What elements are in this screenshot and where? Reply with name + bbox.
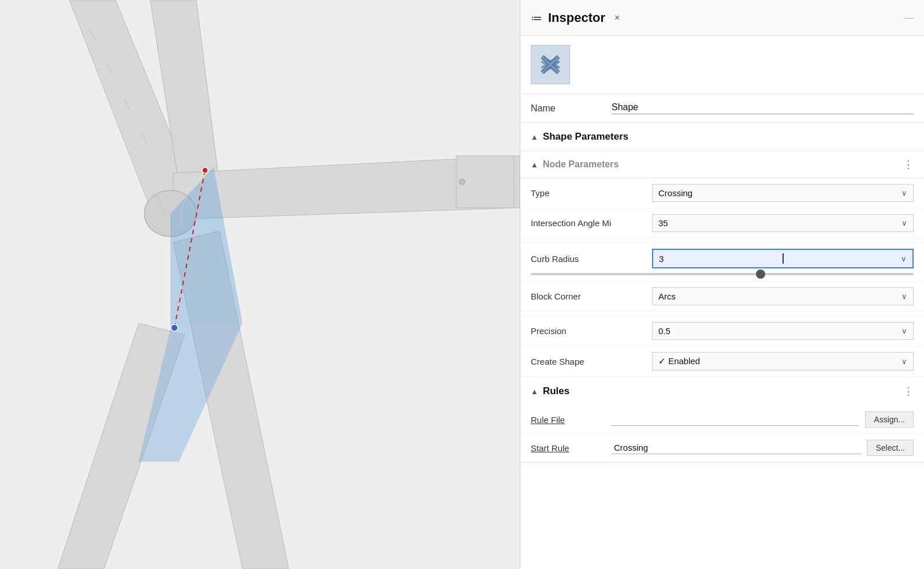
inspector-title-group: ≔ Inspector × <box>531 10 620 25</box>
minimize-button[interactable]: — <box>904 13 914 23</box>
create-shape-control[interactable]: ✓ Enabled ∨ <box>652 352 914 370</box>
canvas-area[interactable] <box>0 0 520 569</box>
curb-radius-control[interactable]: 3 ∨ <box>652 249 914 268</box>
shape-thumbnail[interactable] <box>531 45 570 84</box>
rule-file-value[interactable] <box>612 413 859 426</box>
curb-radius-dropdown-arrow: ∨ <box>901 254 907 263</box>
rules-chevron: ▲ <box>531 387 538 396</box>
slider-thumb[interactable] <box>756 269 765 279</box>
type-param-label: Type <box>531 188 646 198</box>
intersection-dropdown-value: 35 <box>658 218 668 228</box>
precision-dropdown-arrow: ∨ <box>901 327 907 335</box>
create-shape-param-row: Create Shape ✓ Enabled ∨ <box>520 346 924 377</box>
curb-radius-label: Curb Radius <box>531 254 646 264</box>
intersection-param-control[interactable]: 35 ∨ <box>652 214 914 232</box>
create-shape-dropdown-arrow: ∨ <box>901 357 907 366</box>
block-corner-dropdown[interactable]: Arcs ∨ <box>652 287 914 305</box>
block-corner-label: Block Corner <box>531 291 646 301</box>
rules-title: Rules <box>543 385 569 397</box>
block-corner-control[interactable]: Arcs ∨ <box>652 287 914 305</box>
start-rule-select-button[interactable]: Select... <box>867 440 914 456</box>
precision-param-row: Precision 0.5 ∨ <box>520 316 924 346</box>
name-field-value[interactable]: Shape <box>612 102 914 114</box>
type-param-row: Type Crossing ∨ <box>520 178 924 208</box>
block-corner-dropdown-arrow: ∨ <box>901 292 907 301</box>
separator-row-2 <box>520 312 924 316</box>
create-shape-label: Create Shape <box>531 357 646 366</box>
inspector-icon: ≔ <box>531 11 542 25</box>
type-dropdown[interactable]: Crossing ∨ <box>652 184 914 202</box>
shape-params-title: Shape Parameters <box>543 131 628 143</box>
intersection-dropdown[interactable]: 35 ∨ <box>652 214 914 232</box>
separator-row <box>520 238 924 243</box>
shape-icon-area <box>520 36 924 94</box>
block-corner-value: Arcs <box>658 291 676 301</box>
intersection-param-label: Intersection Angle Mi <box>531 218 646 228</box>
rules-section-header[interactable]: ▲ Rules ⋮ <box>520 377 924 406</box>
svg-point-19 <box>459 179 465 185</box>
curb-radius-row: Curb Radius 3 ∨ <box>520 243 924 269</box>
rules-menu-icon[interactable]: ⋮ <box>903 385 914 398</box>
rule-file-assign-button[interactable]: Assign... <box>865 411 914 428</box>
inspector-panel: ≔ Inspector × — Name Shape <box>520 0 924 569</box>
node-params-header[interactable]: ▲ Node Parameters ⋮ <box>520 151 924 178</box>
create-shape-dropdown[interactable]: ✓ Enabled ∨ <box>652 352 914 370</box>
intersection-dropdown-arrow: ∨ <box>901 219 907 227</box>
precision-control[interactable]: 0.5 ∨ <box>652 322 914 340</box>
curb-radius-value: 3 <box>659 254 664 264</box>
precision-value: 0.5 <box>658 326 670 336</box>
start-rule-row: Start Rule Crossing Select... <box>520 434 924 462</box>
node-params-menu-icon[interactable]: ⋮ <box>903 158 914 171</box>
curb-radius-slider[interactable] <box>531 273 914 275</box>
type-dropdown-value: Crossing <box>658 188 692 198</box>
name-field-label: Name <box>531 103 600 114</box>
inspector-title: Inspector <box>548 10 605 25</box>
rules-section: ▲ Rules ⋮ Rule File Assign... Start Rule… <box>520 377 924 463</box>
precision-dropdown[interactable]: 0.5 ∨ <box>652 322 914 340</box>
inspector-header: ≔ Inspector × — <box>520 0 924 36</box>
text-cursor <box>783 253 784 264</box>
node-params-chevron: ▲ <box>531 160 538 169</box>
curb-radius-input[interactable]: 3 ∨ <box>652 249 914 268</box>
intersection-param-row: Intersection Angle Mi 35 ∨ <box>520 208 924 238</box>
precision-label: Precision <box>531 326 646 336</box>
rule-file-label[interactable]: Rule File <box>531 415 606 425</box>
start-rule-label[interactable]: Start Rule <box>531 443 606 453</box>
type-param-control[interactable]: Crossing ∨ <box>652 184 914 202</box>
rule-file-row: Rule File Assign... <box>520 406 924 434</box>
shape-params-section[interactable]: ▲ Shape Parameters <box>520 123 924 151</box>
create-shape-value: ✓ Enabled <box>658 356 700 366</box>
shape-params-chevron: ▲ <box>531 133 538 141</box>
svg-point-14 <box>171 324 178 331</box>
node-params-title: Node Parameters <box>543 159 619 170</box>
svg-point-15 <box>202 167 208 173</box>
block-corner-param-row: Block Corner Arcs ∨ <box>520 282 924 312</box>
close-button[interactable]: × <box>614 13 620 23</box>
curb-radius-section: Curb Radius 3 ∨ <box>520 243 924 282</box>
start-rule-value[interactable]: Crossing <box>612 441 861 454</box>
type-dropdown-arrow: ∨ <box>901 189 907 197</box>
curb-radius-slider-row[interactable] <box>520 269 924 281</box>
name-row: Name Shape <box>520 94 924 123</box>
